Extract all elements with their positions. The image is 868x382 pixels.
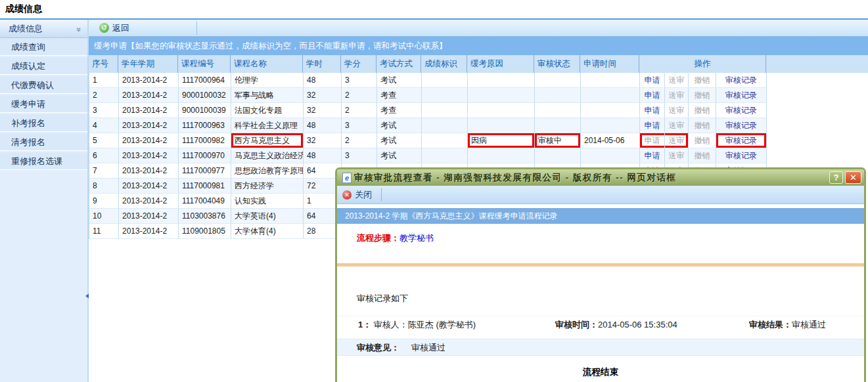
header-reason: 缓考原因 (467, 55, 534, 73)
cell-reason (468, 148, 535, 163)
review-result-segment: 审核结果：审核通过 (749, 319, 864, 331)
cell-hours: 48 (304, 118, 342, 133)
record-link[interactable]: 审核记录 (716, 148, 766, 163)
toolbar: ↺ 返回 (89, 20, 868, 37)
sidebar-item-fee-confirm[interactable]: 代缴费确认 (0, 76, 87, 94)
table-header: 序号 学年学期 课程编号 课程名称 学时 学分 考试方式 成绩标识 缓考原因 审… (89, 55, 868, 73)
header-flag: 成绩标识 (421, 55, 467, 73)
sidebar-item-deferred-exam[interactable]: 缓考申请 (0, 95, 87, 113)
record-index: 1： (358, 320, 371, 329)
cell-no: 8 (89, 179, 119, 194)
dialog-close-button[interactable]: ✕ (845, 171, 861, 184)
review-opinion-row: 审核意见： 审核通过 (337, 339, 864, 356)
chevron-down-icon: » (70, 28, 89, 31)
sidebar-item-grade-confirm[interactable]: 成绩认定 (0, 57, 87, 75)
cell-term: 2013-2014-2 (119, 88, 179, 103)
cell-credits: 2 (342, 103, 377, 118)
reviewer-segment: 1： 审核人：陈亚杰 (教学秘书) (337, 319, 555, 331)
submit-link: 送审 (664, 118, 688, 133)
header-actions: 操作 (639, 55, 766, 73)
apply-submit-group: 申请送审 (640, 73, 688, 87)
sidebar-item-retake-course[interactable]: 重修报名选课 (0, 152, 87, 170)
record-link[interactable]: 审核记录 (716, 133, 766, 148)
cell-no: 10 (89, 209, 119, 224)
record-link[interactable]: 审核记录 (716, 88, 766, 102)
cell-no: 4 (89, 118, 119, 133)
cell-time (581, 118, 640, 133)
record-link[interactable]: 审核记录 (716, 73, 766, 87)
cell-term: 2013-2014-2 (119, 148, 179, 163)
apply-link[interactable]: 申请 (640, 73, 664, 87)
review-time-segment: 审核时间：2014-05-06 15:35:04 (555, 319, 749, 331)
cell-hours: 32 (304, 88, 342, 103)
cell-flag (422, 88, 468, 103)
cell-code: 9000100039 (179, 103, 231, 118)
cell-name: 大学体育(4) (231, 224, 304, 239)
records-title: 审核记录如下 (357, 293, 864, 305)
cell-time (581, 148, 640, 163)
cell-status (535, 148, 581, 163)
apply-link[interactable]: 申请 (640, 88, 664, 102)
cell-credits: 3 (342, 148, 377, 163)
close-button[interactable]: ✕ 关闭 (342, 189, 372, 201)
cell-name: 伦理学 (231, 73, 304, 88)
dialog-toolbar-separator (381, 188, 382, 202)
cell-name: 认知实践 (231, 194, 304, 209)
cell-credits: 2 (342, 133, 377, 148)
cell-time (581, 73, 640, 88)
cell-time: 2014-05-06 (581, 133, 640, 148)
cell-reason (468, 88, 535, 103)
reviewer-label: 审核人： (374, 320, 408, 329)
apply-submit-group: 申请送审 (640, 118, 688, 133)
submit-link: 送审 (664, 133, 688, 148)
row-actions: 申请送审撤销审核记录 (640, 88, 767, 103)
record-link[interactable]: 审核记录 (716, 103, 766, 117)
cell-code: 1103003876 (179, 209, 231, 224)
dialog-body: 流程步骤：教学秘书 审核记录如下 1： 审核人：陈亚杰 (教学秘书) 审核时间：… (337, 232, 864, 378)
cell-credits: 2 (342, 88, 377, 103)
cell-no: 5 (89, 133, 119, 148)
cell-name: 马克思主义政治经济 (231, 148, 304, 163)
submit-link: 送审 (664, 103, 688, 117)
sidebar-item-grade-query[interactable]: 成绩查询 (0, 38, 87, 56)
sidebar-item-clearance-exam[interactable]: 清考报名 (0, 133, 87, 151)
cell-no: 1 (89, 73, 119, 88)
cell-term: 2013-2014-2 (119, 179, 179, 194)
sidebar-item-makeup-exam[interactable]: 补考报名 (0, 114, 87, 132)
header-name: 课程名称 (231, 55, 303, 73)
cell-term: 2013-2014-2 (119, 118, 179, 133)
dialog-help-button[interactable]: ? (829, 171, 843, 184)
apply-link[interactable]: 申请 (640, 118, 664, 133)
back-icon: ↺ (99, 23, 109, 33)
cell-no: 6 (89, 148, 119, 163)
cell-term: 2013-2014-2 (119, 209, 179, 224)
cell-exam: 考试 (377, 73, 422, 88)
cell-flag (422, 118, 468, 133)
cell-code: 1117004049 (179, 194, 231, 209)
back-button[interactable]: ↺ 返回 (95, 21, 133, 35)
record-link[interactable]: 审核记录 (716, 118, 766, 133)
sidebar-header[interactable]: 成绩信息 » (0, 20, 87, 38)
cell-no: 9 (89, 194, 119, 209)
header-time: 申请时间 (580, 55, 639, 73)
revoke-link: 撤销 (688, 73, 716, 87)
cell-code: 1117000964 (179, 73, 231, 88)
close-button-label: 关闭 (355, 189, 372, 201)
cell-hours: 48 (304, 73, 342, 88)
revoke-link: 撤销 (688, 103, 716, 117)
cell-reason (468, 103, 535, 118)
cell-flag (422, 103, 468, 118)
cell-term: 2013-2014-2 (119, 103, 179, 118)
info-bar: 缓考申请【如果您的审核状态显示通过，成绩标识为空，而且不能重新申请，请和考试中心… (89, 37, 868, 55)
cell-name: 大学英语(4) (231, 209, 304, 224)
cell-no: 7 (89, 163, 119, 179)
back-button-label: 返回 (112, 22, 129, 34)
cell-code: 1109001805 (179, 224, 231, 239)
cell-name: 西方马克思主义 (231, 133, 304, 148)
apply-link[interactable]: 申请 (640, 103, 664, 117)
cell-exam: 考查 (377, 103, 422, 118)
cell-code: 1117000970 (179, 148, 231, 163)
apply-link[interactable]: 申请 (640, 148, 664, 163)
revoke-link: 撤销 (688, 133, 716, 148)
sidebar-header-label: 成绩信息 (9, 24, 43, 33)
